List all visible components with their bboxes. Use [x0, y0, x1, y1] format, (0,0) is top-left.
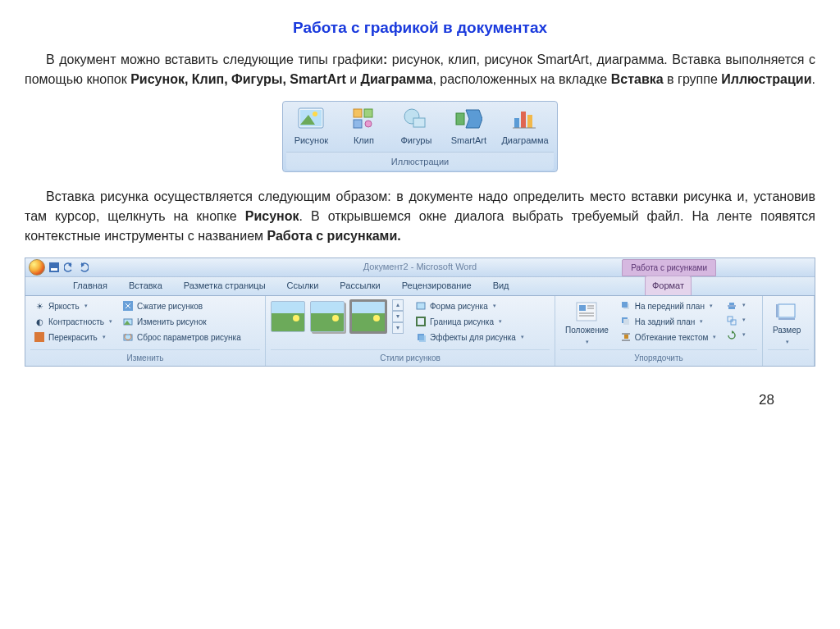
reset-picture-button[interactable]: Сброс параметров рисунка [119, 330, 244, 344]
compress-icon [122, 300, 134, 312]
send-back-button[interactable]: На задний план [617, 315, 720, 329]
group-size: Размер [763, 296, 815, 367]
position-button[interactable]: Положение [560, 299, 614, 349]
group-arrange-label: Упорядочить [560, 349, 757, 364]
svg-rect-46 [731, 320, 736, 325]
svg-rect-10 [456, 113, 464, 125]
ribbon-shapes-label: Фигуры [400, 134, 431, 148]
svg-rect-13 [521, 112, 526, 128]
svg-rect-4 [354, 109, 362, 117]
ribbon-chart-label: Диаграмма [501, 134, 548, 148]
tab-view[interactable]: Вид [486, 276, 516, 295]
illustrations-ribbon-group: Рисунок Клип Фигуры SmartArt [282, 101, 557, 172]
ribbon-smartart-button[interactable]: SmartArt [445, 105, 491, 149]
tab-review[interactable]: Рецензирование [395, 276, 478, 295]
picture-style-gallery[interactable]: ▴▾▾ [271, 299, 404, 334]
title-bar: Документ2 - Microsoft Word Работа с рису… [25, 258, 815, 277]
ribbon-body: ☀Яркость ◐Контрастность Перекрасить Сжат… [25, 296, 815, 367]
svg-rect-28 [419, 335, 426, 342]
brightness-icon: ☀ [34, 300, 45, 312]
svg-rect-5 [364, 109, 372, 117]
chart-icon [511, 107, 539, 131]
recolor-button[interactable]: Перекрасить [30, 330, 116, 344]
gallery-scroll[interactable]: ▴▾▾ [392, 299, 404, 334]
svg-rect-36 [622, 302, 628, 308]
recolor-icon [34, 331, 45, 343]
smartart-icon [454, 107, 482, 131]
text-wrap-button[interactable]: Обтекание текстом [617, 330, 720, 344]
svg-rect-25 [417, 303, 425, 309]
ribbon-clip-button[interactable]: Клип [340, 105, 386, 149]
picture-effects-button[interactable]: Эффекты для рисунка [412, 330, 527, 344]
ribbon-clip-label: Клип [354, 134, 374, 148]
reset-icon [122, 331, 134, 343]
ribbon-picture-button[interactable]: Рисунок [288, 105, 334, 149]
save-icon[interactable] [48, 262, 60, 273]
svg-rect-16 [49, 262, 59, 272]
shapes-icon [402, 107, 430, 131]
svg-rect-9 [413, 118, 425, 127]
picture-border-button[interactable]: Граница рисунка [412, 315, 527, 329]
svg-rect-48 [778, 304, 795, 317]
paragraph-1: В документ можно вставить следующие типы… [25, 50, 815, 89]
svg-rect-17 [51, 268, 57, 271]
brightness-button[interactable]: ☀Яркость [30, 299, 116, 313]
svg-rect-45 [728, 317, 733, 321]
svg-rect-38 [623, 319, 629, 325]
tab-insert[interactable]: Вставка [122, 276, 169, 295]
paragraph-2: Вставка рисунка осуществляется следующим… [25, 187, 815, 246]
clip-icon [349, 107, 377, 131]
quick-access-toolbar [48, 262, 89, 273]
svg-rect-6 [354, 120, 362, 128]
tab-mailings[interactable]: Рассылки [333, 276, 386, 295]
office-button[interactable] [29, 259, 45, 276]
align-button[interactable] [723, 299, 749, 312]
effects-icon [415, 331, 427, 343]
svg-rect-26 [417, 317, 425, 326]
style-thumb[interactable] [349, 299, 387, 334]
svg-rect-14 [527, 115, 532, 128]
svg-point-7 [365, 121, 372, 127]
contrast-button[interactable]: ◐Контрастность [30, 315, 116, 329]
page-title: Работа с графикой в документах [25, 16, 815, 40]
svg-rect-39 [624, 335, 628, 339]
word-ribbon-screenshot: Документ2 - Microsoft Word Работа с рису… [25, 258, 815, 367]
bring-front-button[interactable]: На передний план [617, 299, 720, 313]
group-arrange: Положение На передний план На задний пла… [555, 296, 763, 367]
position-icon [575, 301, 598, 322]
svg-rect-43 [729, 303, 734, 305]
rotate-button[interactable] [723, 329, 749, 342]
svg-rect-12 [514, 118, 519, 128]
svg-marker-11 [466, 110, 482, 128]
tab-references[interactable]: Ссылки [281, 276, 326, 295]
ribbon-chart-button[interactable]: Диаграмма [498, 105, 551, 149]
change-picture-icon [122, 316, 134, 327]
group-icon [726, 315, 737, 326]
redo-icon[interactable] [78, 262, 89, 273]
align-icon [726, 300, 737, 312]
group-size-label [768, 349, 809, 364]
ribbon-tabs: Главная Вставка Разметка страницы Ссылки… [25, 277, 815, 296]
ribbon-shapes-button[interactable]: Фигуры [393, 105, 439, 149]
change-picture-button[interactable]: Изменить рисунок [119, 315, 244, 329]
size-icon [775, 301, 798, 322]
picture-shape-button[interactable]: Форма рисунка [412, 299, 527, 313]
style-thumb[interactable] [310, 301, 345, 332]
tab-home[interactable]: Главная [66, 276, 114, 295]
tab-format[interactable]: Формат [645, 276, 692, 295]
border-icon [415, 316, 427, 327]
group-adjust-label: Изменить [30, 349, 260, 364]
group-button[interactable] [723, 314, 749, 327]
compress-button[interactable]: Сжатие рисунков [119, 299, 244, 313]
contrast-icon: ◐ [34, 316, 45, 327]
page-number: 28 [25, 367, 815, 419]
group-styles: ▴▾▾ Форма рисунка Граница рисунка Эффект… [266, 296, 555, 367]
svg-rect-30 [579, 305, 586, 311]
send-back-icon [620, 316, 632, 327]
tab-layout[interactable]: Разметка страницы [177, 276, 272, 295]
style-thumb[interactable] [271, 301, 305, 332]
rotate-icon [726, 330, 737, 341]
undo-icon[interactable] [63, 262, 75, 273]
svg-rect-20 [34, 332, 44, 342]
size-button[interactable]: Размер [768, 299, 806, 349]
